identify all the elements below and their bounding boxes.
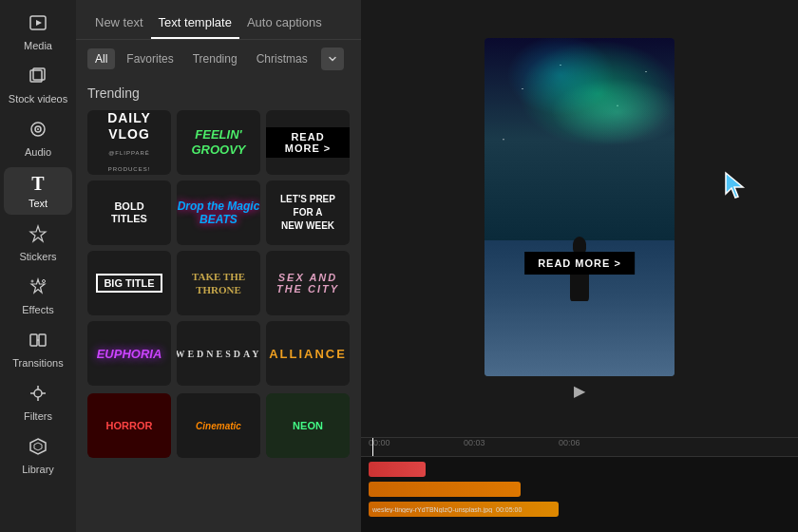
sidebar-item-stickers-label: Stickers [19,251,56,262]
preview-read-more-overlay: READ MORE > [524,252,635,275]
sidebar-item-stock-videos[interactable]: Stock videos [4,61,72,110]
template-euphoria[interactable]: EUPHORIA [87,321,171,386]
read-more-text: READ MORE > [266,127,350,158]
sidebar-item-media-label: Media [24,40,52,51]
sidebar-item-stickers[interactable]: Stickers [4,218,72,268]
timeline-clip-orange[interactable] [369,482,521,497]
svg-marker-16 [726,173,743,198]
template-take-the-throne[interactable]: TAKE THETHRONE [177,251,260,315]
template-sex-city[interactable]: SEX ANDTHE CITY [266,251,350,315]
template-area: Trending DAILYVLOG@Flipparé produces! FE… [76,78,361,532]
template-extra-3[interactable]: NEON [266,393,350,458]
template-alliance[interactable]: ALLIANCE [266,321,350,386]
tab-auto-captions[interactable]: Auto captions [239,10,330,39]
template-lets-prep[interactable]: LET'S PREPFOR ANEW WEEK [266,180,350,245]
trending-section-title: Trending [87,86,350,101]
timeline: 00:00 00:03 00:06 wesley-tingey-rYdTBNgI… [361,437,798,532]
svg-marker-7 [30,226,46,241]
library-icon [28,437,48,461]
filter-more-dropdown[interactable] [321,48,344,70]
template-grid: DAILYVLOG@Flipparé produces! FEELIN'GROO… [87,110,350,386]
timeline-mark-6: 00:06 [559,438,580,447]
svg-rect-11 [39,334,46,346]
sidebar-item-transitions[interactable]: Transitions [4,325,72,374]
sidebar-item-library-label: Library [22,464,54,475]
filter-trending[interactable]: Trending [185,48,245,69]
template-drop-the-magic[interactable]: Drop the MagicBEATS [177,180,260,245]
timeline-track-2 [369,481,790,498]
template-big-title[interactable]: BIG TITLE [87,251,171,315]
filter-all[interactable]: All [87,48,115,69]
aurora-effect [484,38,674,224]
timeline-ruler: 00:00 00:03 00:06 [361,438,798,457]
template-grid-2: HORROR Cinematic NEON [87,393,350,458]
template-read-more[interactable]: READ MORE > [266,110,350,175]
sidebar: Media Stock videos Audio T Text [0,0,76,532]
cursor-pointer [722,171,750,203]
sidebar-item-filters[interactable]: Filters [4,378,72,428]
template-feelin-groovy[interactable]: FEELIN'GROOVY [177,110,260,175]
tabs-bar: New text Text template Auto captions [76,0,361,40]
timeline-tracks: wesley-tingey-rYdTBNgIzQ-unsplash.jpg 00… [361,457,798,532]
sidebar-item-text-label: Text [28,198,48,209]
timeline-mark-3: 00:03 [464,438,485,447]
timeline-clip-red[interactable] [369,462,426,477]
play-button[interactable]: ▶ [574,383,585,399]
sidebar-item-transitions-label: Transitions [12,357,63,369]
sidebar-item-audio[interactable]: Audio [4,114,72,163]
svg-point-6 [37,128,39,130]
filters-icon [28,384,48,408]
svg-point-8 [43,280,46,283]
filter-christmas[interactable]: Christmas [249,48,315,69]
svg-point-9 [31,280,33,282]
sidebar-item-text[interactable]: T Text [4,167,72,215]
sidebar-item-filters-label: Filters [24,410,52,422]
svg-marker-15 [34,443,42,450]
timeline-playhead[interactable] [372,438,373,456]
template-extra-2[interactable]: Cinematic [177,393,260,458]
timeline-track-3: wesley-tingey-rYdTBNgIzQ-unsplash.jpg 00… [369,501,790,518]
preview-background: READ MORE > [484,38,674,376]
clip-duration: 00:05:00 [496,506,522,513]
effects-icon [28,277,48,301]
preview-area: READ MORE > ▶ [361,0,798,437]
template-wednesday[interactable]: WEDNESDAY [177,321,260,386]
text-icon: T [31,173,44,195]
sidebar-item-audio-label: Audio [25,146,51,158]
preview-container: READ MORE > [484,38,674,376]
right-area: READ MORE > ▶ 00:00 00:03 00:06 [361,0,798,532]
template-daily-vlog[interactable]: DAILYVLOG@Flipparé produces! [87,110,171,175]
sidebar-item-library[interactable]: Library [4,431,72,481]
svg-marker-14 [30,439,46,454]
stickers-icon [28,224,48,248]
timeline-clip-green[interactable]: wesley-tingey-rYdTBNgIzQ-unsplash.jpg 00… [369,502,559,517]
text-templates-panel: New text Text template Auto captions All… [76,0,361,532]
timeline-track-1 [369,461,790,478]
sidebar-item-effects-label: Effects [22,304,53,315]
tab-new-text[interactable]: New text [87,10,151,39]
filter-favorites[interactable]: Favorites [119,48,180,69]
sidebar-item-effects[interactable]: Effects [4,272,72,321]
clip-filename: wesley-tingey-rYdTBNgIzQ-unsplash.jpg [372,506,492,513]
audio-icon [28,120,48,143]
stock-videos-icon [28,66,48,90]
tab-text-template[interactable]: Text template [151,10,239,39]
svg-rect-10 [30,334,37,346]
sidebar-item-stock-label: Stock videos [9,93,67,104]
media-icon [28,13,48,37]
sidebar-item-media[interactable]: Media [4,8,72,57]
svg-point-13 [34,390,42,397]
filter-bar: All Favorites Trending Christmas [76,40,361,78]
template-bold-titles[interactable]: BOLDTITLES [87,180,171,245]
transitions-icon [28,331,48,354]
template-extra-1[interactable]: HORROR [87,393,171,458]
svg-marker-1 [36,20,42,26]
